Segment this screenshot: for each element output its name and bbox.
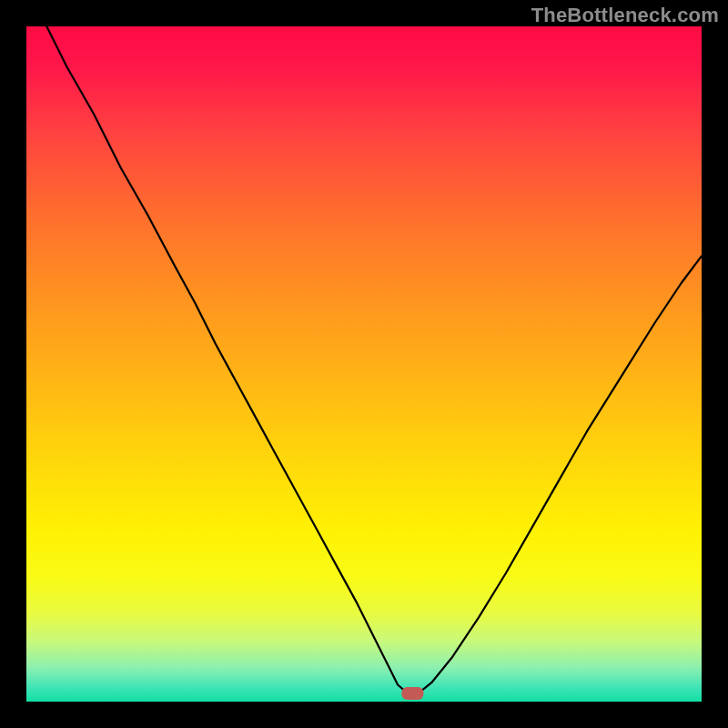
chart-frame: TheBottleneck.com	[0, 0, 728, 728]
watermark-text: TheBottleneck.com	[531, 4, 719, 27]
optimal-point-marker	[401, 687, 423, 700]
plot-area	[26, 26, 702, 702]
bottleneck-curve-svg	[26, 26, 702, 702]
bottleneck-curve	[46, 26, 702, 693]
